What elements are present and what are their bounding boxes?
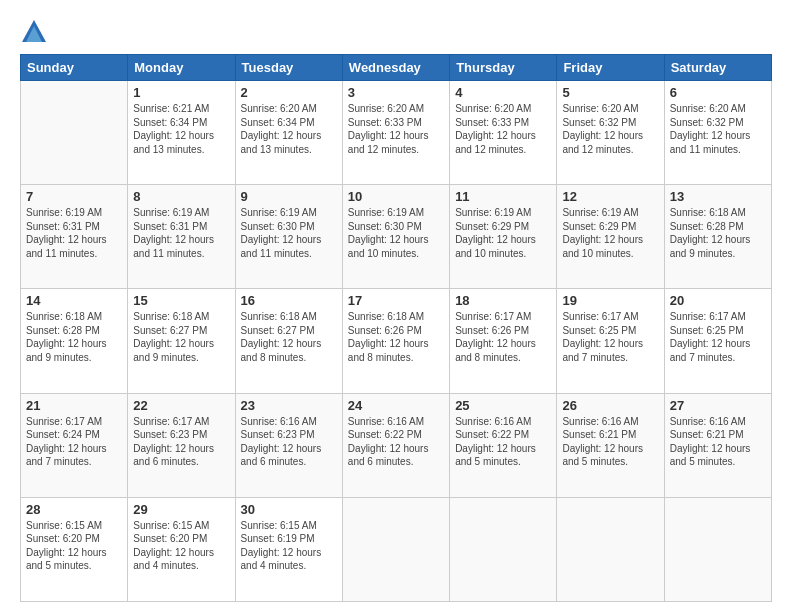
cell-info: Sunrise: 6:19 AM Sunset: 6:30 PM Dayligh… [348,206,444,260]
day-number: 23 [241,398,337,413]
calendar-cell: 25Sunrise: 6:16 AM Sunset: 6:22 PM Dayli… [450,393,557,497]
calendar-week-5: 28Sunrise: 6:15 AM Sunset: 6:20 PM Dayli… [21,497,772,601]
cell-info: Sunrise: 6:16 AM Sunset: 6:21 PM Dayligh… [670,415,766,469]
day-number: 29 [133,502,229,517]
calendar-cell: 17Sunrise: 6:18 AM Sunset: 6:26 PM Dayli… [342,289,449,393]
calendar-cell: 19Sunrise: 6:17 AM Sunset: 6:25 PM Dayli… [557,289,664,393]
day-number: 18 [455,293,551,308]
calendar-week-1: 1Sunrise: 6:21 AM Sunset: 6:34 PM Daylig… [21,81,772,185]
cell-info: Sunrise: 6:16 AM Sunset: 6:22 PM Dayligh… [348,415,444,469]
cell-info: Sunrise: 6:18 AM Sunset: 6:27 PM Dayligh… [241,310,337,364]
day-number: 21 [26,398,122,413]
day-number: 27 [670,398,766,413]
calendar-cell: 23Sunrise: 6:16 AM Sunset: 6:23 PM Dayli… [235,393,342,497]
cell-info: Sunrise: 6:19 AM Sunset: 6:31 PM Dayligh… [133,206,229,260]
day-number: 24 [348,398,444,413]
calendar-cell: 24Sunrise: 6:16 AM Sunset: 6:22 PM Dayli… [342,393,449,497]
calendar-week-2: 7Sunrise: 6:19 AM Sunset: 6:31 PM Daylig… [21,185,772,289]
calendar-cell [21,81,128,185]
calendar-cell: 6Sunrise: 6:20 AM Sunset: 6:32 PM Daylig… [664,81,771,185]
calendar-cell: 15Sunrise: 6:18 AM Sunset: 6:27 PM Dayli… [128,289,235,393]
day-number: 3 [348,85,444,100]
calendar-cell: 18Sunrise: 6:17 AM Sunset: 6:26 PM Dayli… [450,289,557,393]
day-number: 11 [455,189,551,204]
cell-info: Sunrise: 6:16 AM Sunset: 6:21 PM Dayligh… [562,415,658,469]
calendar-table: SundayMondayTuesdayWednesdayThursdayFrid… [20,54,772,602]
calendar-cell: 11Sunrise: 6:19 AM Sunset: 6:29 PM Dayli… [450,185,557,289]
cell-info: Sunrise: 6:15 AM Sunset: 6:20 PM Dayligh… [133,519,229,573]
cell-info: Sunrise: 6:20 AM Sunset: 6:33 PM Dayligh… [455,102,551,156]
calendar-cell: 9Sunrise: 6:19 AM Sunset: 6:30 PM Daylig… [235,185,342,289]
calendar-cell: 30Sunrise: 6:15 AM Sunset: 6:19 PM Dayli… [235,497,342,601]
day-number: 25 [455,398,551,413]
day-number: 22 [133,398,229,413]
day-number: 30 [241,502,337,517]
calendar-cell: 2Sunrise: 6:20 AM Sunset: 6:34 PM Daylig… [235,81,342,185]
calendar-cell [557,497,664,601]
calendar-cell: 1Sunrise: 6:21 AM Sunset: 6:34 PM Daylig… [128,81,235,185]
cell-info: Sunrise: 6:15 AM Sunset: 6:19 PM Dayligh… [241,519,337,573]
calendar-cell: 5Sunrise: 6:20 AM Sunset: 6:32 PM Daylig… [557,81,664,185]
calendar-cell: 10Sunrise: 6:19 AM Sunset: 6:30 PM Dayli… [342,185,449,289]
calendar-cell: 28Sunrise: 6:15 AM Sunset: 6:20 PM Dayli… [21,497,128,601]
calendar-cell: 3Sunrise: 6:20 AM Sunset: 6:33 PM Daylig… [342,81,449,185]
cell-info: Sunrise: 6:16 AM Sunset: 6:23 PM Dayligh… [241,415,337,469]
day-number: 19 [562,293,658,308]
top-area [20,18,772,46]
cell-info: Sunrise: 6:20 AM Sunset: 6:33 PM Dayligh… [348,102,444,156]
calendar-week-4: 21Sunrise: 6:17 AM Sunset: 6:24 PM Dayli… [21,393,772,497]
calendar-cell: 8Sunrise: 6:19 AM Sunset: 6:31 PM Daylig… [128,185,235,289]
day-number: 6 [670,85,766,100]
day-number: 5 [562,85,658,100]
cell-info: Sunrise: 6:20 AM Sunset: 6:34 PM Dayligh… [241,102,337,156]
day-number: 28 [26,502,122,517]
cell-info: Sunrise: 6:18 AM Sunset: 6:26 PM Dayligh… [348,310,444,364]
day-header-thursday: Thursday [450,55,557,81]
logo [20,18,52,46]
day-number: 7 [26,189,122,204]
day-number: 8 [133,189,229,204]
cell-info: Sunrise: 6:17 AM Sunset: 6:25 PM Dayligh… [562,310,658,364]
day-number: 2 [241,85,337,100]
day-header-saturday: Saturday [664,55,771,81]
calendar-cell [450,497,557,601]
calendar-cell [342,497,449,601]
cell-info: Sunrise: 6:17 AM Sunset: 6:23 PM Dayligh… [133,415,229,469]
cell-info: Sunrise: 6:16 AM Sunset: 6:22 PM Dayligh… [455,415,551,469]
day-number: 13 [670,189,766,204]
page: SundayMondayTuesdayWednesdayThursdayFrid… [0,0,792,612]
cell-info: Sunrise: 6:19 AM Sunset: 6:31 PM Dayligh… [26,206,122,260]
day-header-wednesday: Wednesday [342,55,449,81]
day-header-tuesday: Tuesday [235,55,342,81]
day-number: 16 [241,293,337,308]
calendar-cell: 22Sunrise: 6:17 AM Sunset: 6:23 PM Dayli… [128,393,235,497]
cell-info: Sunrise: 6:19 AM Sunset: 6:30 PM Dayligh… [241,206,337,260]
cell-info: Sunrise: 6:15 AM Sunset: 6:20 PM Dayligh… [26,519,122,573]
cell-info: Sunrise: 6:19 AM Sunset: 6:29 PM Dayligh… [455,206,551,260]
day-number: 10 [348,189,444,204]
calendar-week-3: 14Sunrise: 6:18 AM Sunset: 6:28 PM Dayli… [21,289,772,393]
day-number: 9 [241,189,337,204]
calendar-cell: 13Sunrise: 6:18 AM Sunset: 6:28 PM Dayli… [664,185,771,289]
day-number: 14 [26,293,122,308]
day-number: 17 [348,293,444,308]
day-number: 4 [455,85,551,100]
cell-info: Sunrise: 6:20 AM Sunset: 6:32 PM Dayligh… [670,102,766,156]
cell-info: Sunrise: 6:17 AM Sunset: 6:24 PM Dayligh… [26,415,122,469]
day-header-monday: Monday [128,55,235,81]
day-number: 15 [133,293,229,308]
cell-info: Sunrise: 6:18 AM Sunset: 6:28 PM Dayligh… [670,206,766,260]
cell-info: Sunrise: 6:18 AM Sunset: 6:28 PM Dayligh… [26,310,122,364]
header-row: SundayMondayTuesdayWednesdayThursdayFrid… [21,55,772,81]
calendar-cell: 7Sunrise: 6:19 AM Sunset: 6:31 PM Daylig… [21,185,128,289]
calendar-cell: 27Sunrise: 6:16 AM Sunset: 6:21 PM Dayli… [664,393,771,497]
calendar-cell: 20Sunrise: 6:17 AM Sunset: 6:25 PM Dayli… [664,289,771,393]
calendar-cell: 26Sunrise: 6:16 AM Sunset: 6:21 PM Dayli… [557,393,664,497]
day-header-friday: Friday [557,55,664,81]
calendar-cell: 12Sunrise: 6:19 AM Sunset: 6:29 PM Dayli… [557,185,664,289]
day-number: 1 [133,85,229,100]
logo-icon [20,18,48,46]
cell-info: Sunrise: 6:20 AM Sunset: 6:32 PM Dayligh… [562,102,658,156]
calendar-cell: 16Sunrise: 6:18 AM Sunset: 6:27 PM Dayli… [235,289,342,393]
cell-info: Sunrise: 6:17 AM Sunset: 6:26 PM Dayligh… [455,310,551,364]
